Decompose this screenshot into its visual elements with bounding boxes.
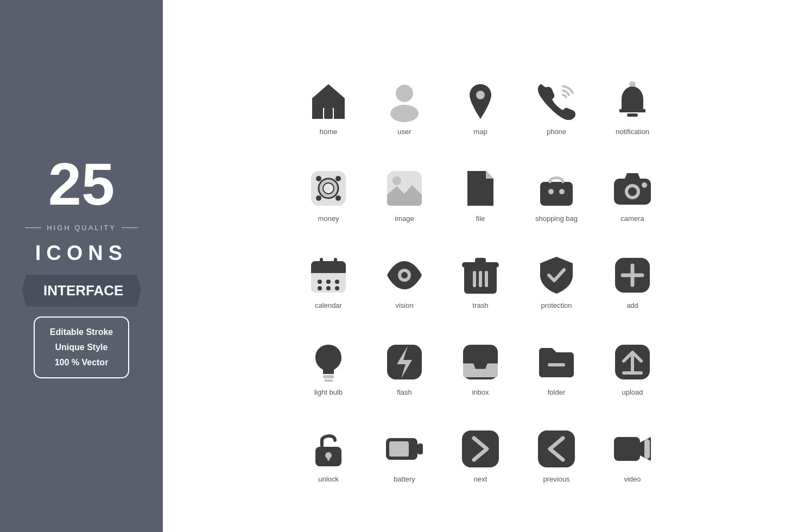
camera-label: camera — [620, 214, 644, 223]
upload-icon — [611, 340, 654, 384]
notification-label: notification — [616, 128, 649, 136]
icon-cell-unlock: unlock — [290, 396, 366, 483]
big-number: 25 — [48, 154, 115, 214]
svg-point-8 — [323, 183, 334, 194]
category-banner: INTERFACE — [22, 275, 141, 307]
icon-cell-battery: battery — [366, 396, 442, 483]
add-label: add — [626, 301, 638, 309]
svg-rect-5 — [627, 113, 638, 117]
calendar-label: calendar — [315, 301, 342, 309]
inbox-icon — [459, 340, 502, 384]
svg-point-20 — [628, 187, 637, 196]
icon-cell-upload: upload — [594, 309, 670, 396]
image-label: image — [395, 214, 414, 223]
icon-cell-calendar: calendar — [290, 223, 366, 309]
protection-label: protection — [541, 301, 572, 309]
inbox-label: inbox — [472, 388, 489, 396]
svg-point-11 — [316, 195, 321, 201]
icon-cell-image: image — [366, 136, 442, 223]
svg-rect-59 — [462, 430, 499, 467]
svg-rect-24 — [311, 268, 346, 273]
icon-cell-light-bulb: light bulb — [290, 309, 366, 396]
home-label: home — [320, 128, 338, 136]
icon-cell-protection: protection — [518, 223, 594, 309]
previous-label: previous — [543, 475, 569, 483]
svg-point-30 — [318, 286, 322, 290]
svg-rect-60 — [538, 430, 575, 467]
icon-cell-folder: folder — [518, 309, 594, 396]
hq-label: HIGH QUALITY — [25, 224, 138, 232]
money-label: money — [318, 214, 339, 223]
left-panel: 25 HIGH QUALITY ICONS INTERFACE Editable… — [0, 0, 163, 532]
icon-cell-vision: vision — [366, 223, 442, 309]
svg-point-34 — [401, 272, 408, 278]
icon-grid: home user map — [290, 49, 670, 483]
svg-rect-44 — [323, 375, 334, 378]
icon-cell-map: map — [442, 49, 518, 136]
icon-cell-user: user — [366, 49, 442, 136]
icon-cell-trash: trash — [442, 223, 518, 309]
next-icon — [459, 427, 502, 471]
image-icon — [383, 167, 426, 210]
icon-cell-previous: previous — [518, 396, 594, 483]
unlock-label: unlock — [318, 475, 339, 483]
feature-2: Unique Style — [55, 343, 108, 352]
icon-cell-inbox: inbox — [442, 309, 518, 396]
user-label: user — [397, 128, 411, 136]
money-icon — [307, 167, 350, 210]
notification-icon — [611, 80, 654, 123]
svg-point-4 — [629, 81, 636, 87]
svg-point-10 — [335, 176, 341, 181]
feature-1: Editable Stroke — [50, 327, 113, 337]
svg-point-3 — [476, 91, 485, 99]
trash-icon — [459, 254, 502, 297]
shopping-bag-label: shopping bag — [535, 214, 578, 223]
icon-cell-notification: notification — [594, 49, 670, 136]
flash-label: flash — [397, 388, 411, 396]
features-box: Editable Stroke Unique Style 100 % Vecto… — [34, 316, 129, 378]
light-bulb-label: light bulb — [314, 388, 343, 396]
map-label: map — [473, 128, 487, 136]
svg-rect-58 — [389, 441, 409, 457]
svg-point-1 — [396, 85, 413, 102]
svg-point-16 — [548, 189, 554, 194]
right-panel: home user map — [163, 0, 798, 532]
svg-rect-26 — [334, 258, 337, 265]
calendar-icon — [307, 254, 350, 297]
icon-cell-add: add — [594, 223, 670, 309]
battery-label: battery — [394, 475, 415, 483]
unlock-icon — [307, 427, 350, 471]
svg-rect-39 — [479, 271, 482, 287]
icons-label: ICONS — [35, 242, 128, 265]
svg-point-31 — [326, 286, 331, 290]
trash-label: trash — [473, 301, 489, 309]
svg-point-14 — [392, 176, 401, 185]
video-icon — [611, 427, 654, 471]
add-icon — [611, 254, 654, 297]
file-icon — [459, 167, 502, 210]
upload-label: upload — [622, 388, 643, 396]
icon-cell-camera: camera — [594, 136, 670, 223]
svg-rect-40 — [485, 271, 488, 287]
next-label: next — [474, 475, 487, 483]
light-bulb-icon — [307, 340, 350, 384]
svg-rect-57 — [417, 444, 423, 454]
svg-rect-0 — [324, 108, 333, 119]
svg-rect-63 — [644, 439, 650, 459]
feature-3: 100 % Vector — [55, 358, 109, 368]
phone-icon — [535, 80, 578, 123]
icon-cell-video: video — [594, 396, 670, 483]
svg-point-9 — [316, 176, 321, 181]
map-icon — [459, 80, 502, 123]
icon-cell-phone: phone — [518, 49, 594, 136]
icon-cell-next: next — [442, 396, 518, 483]
svg-point-32 — [335, 286, 339, 290]
svg-rect-55 — [327, 455, 330, 461]
vision-label: vision — [395, 301, 413, 309]
icon-cell-money: money — [290, 136, 366, 223]
icon-cell-file: file — [442, 136, 518, 223]
svg-point-28 — [326, 280, 331, 284]
folder-icon — [535, 340, 578, 384]
video-label: video — [624, 475, 641, 483]
vision-icon — [383, 254, 426, 297]
